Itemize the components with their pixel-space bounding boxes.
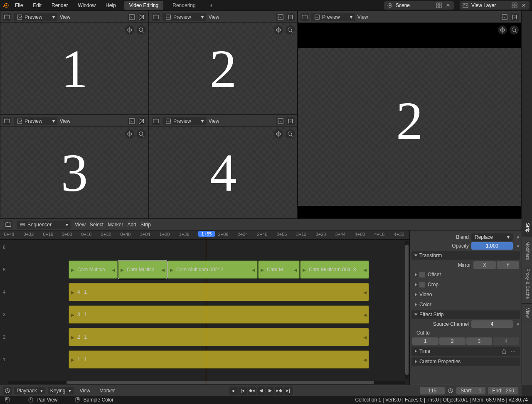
preview-mode-dropdown[interactable]: Preview▾	[14, 13, 57, 21]
next-keyframe-button[interactable]: ▸◆	[275, 387, 283, 395]
display-icon[interactable]	[286, 13, 295, 21]
keyframe-dot[interactable]	[517, 245, 519, 247]
options-icon[interactable]: ⋯	[510, 348, 517, 354]
display-icon[interactable]	[510, 13, 519, 21]
panel-time[interactable]: Time ⋯	[411, 347, 520, 356]
menu-render[interactable]: Render	[47, 1, 72, 10]
menu-window[interactable]: Window	[74, 1, 100, 10]
workspace-tab-add[interactable]: +	[205, 1, 218, 10]
panel-custom-props[interactable]: Custom Properties	[411, 357, 520, 366]
strip-multicam-4[interactable]: ▸Cam M◂	[258, 260, 300, 279]
seq-menu-add[interactable]: Add	[128, 222, 136, 228]
editor-type-icon[interactable]	[4, 221, 12, 229]
bottom-marker-menu[interactable]: Marker	[96, 387, 118, 394]
seq-menu-view[interactable]: View	[75, 222, 86, 228]
blend-select[interactable]: Replace▾	[471, 233, 513, 241]
sidetab-modifiers[interactable]: Modifiers	[522, 237, 532, 265]
display-icon[interactable]	[138, 117, 146, 125]
editor-type-icon[interactable]	[3, 13, 11, 21]
editor-type-icon[interactable]	[152, 13, 160, 21]
play-reverse-button[interactable]: ◀	[257, 387, 265, 395]
cut-to-3[interactable]: 3	[466, 337, 493, 345]
menu-file[interactable]: File	[11, 1, 27, 10]
editor-type-icon[interactable]	[3, 117, 11, 125]
display-icon[interactable]	[138, 13, 146, 21]
viewlayer-browse-icon[interactable]	[511, 2, 518, 9]
sequencer-mode-dropdown[interactable]: Sequencer▾	[17, 221, 71, 229]
menu-help[interactable]: Help	[101, 1, 120, 10]
preview-view-menu[interactable]: View	[209, 118, 219, 124]
jump-start-button[interactable]: |◂	[239, 387, 247, 395]
auto-keyframe-button[interactable]: ●	[229, 387, 238, 395]
cut-to-2[interactable]: 2	[439, 337, 466, 345]
preview-view-menu[interactable]: View	[209, 14, 219, 20]
playhead[interactable]: 1+55	[206, 231, 206, 385]
preview-main-canvas[interactable]: 2	[298, 23, 521, 218]
viewlayer-name-input[interactable]	[471, 2, 509, 8]
strip-multicam-3[interactable]: ▸Cam Multicam.002: 2◂	[167, 260, 258, 279]
keying-dropdown[interactable]: Keying▾	[48, 387, 74, 394]
preview-1-canvas[interactable]: 1	[0, 23, 148, 114]
editor-type-icon[interactable]	[152, 117, 160, 125]
bottom-view-menu[interactable]: View	[76, 387, 94, 394]
offset-checkbox[interactable]	[419, 272, 425, 278]
overlay-icon[interactable]	[128, 13, 136, 21]
overlay-icon[interactable]	[500, 13, 509, 21]
panel-crop[interactable]: Crop	[411, 280, 520, 289]
seq-menu-marker[interactable]: Marker	[108, 222, 123, 228]
scene-name-input[interactable]	[396, 2, 433, 8]
preview-mode-dropdown[interactable]: Preview▾	[14, 117, 57, 125]
cut-to-1[interactable]: 1	[412, 337, 438, 345]
preview-view-menu[interactable]: View	[60, 118, 71, 124]
workspace-tab-video-editing[interactable]: Video Editing	[124, 1, 164, 10]
keyframe-dot[interactable]	[517, 323, 519, 325]
prev-keyframe-button[interactable]: ◆◂	[248, 387, 256, 395]
strip-multicam-2[interactable]: ▸Cam Multica◂	[118, 260, 167, 279]
start-frame-input[interactable]: Start:1	[456, 387, 485, 394]
play-button[interactable]: ▶	[266, 387, 274, 395]
timeline-scroll-x[interactable]	[8, 381, 405, 384]
overlay-icon[interactable]	[128, 117, 136, 125]
sidetab-proxy[interactable]: Proxy & Cache	[522, 264, 532, 303]
scene-close-icon[interactable]: ✕	[445, 2, 451, 9]
overlay-icon[interactable]	[276, 117, 285, 125]
sidetab-strip[interactable]: Strip	[522, 219, 532, 237]
crop-checkbox[interactable]	[419, 282, 425, 288]
workspace-tab-rendering[interactable]: Rendering	[167, 1, 200, 10]
panel-color[interactable]: Color	[411, 300, 520, 309]
preview-mode-dropdown[interactable]: Preview▾	[311, 13, 355, 21]
playback-dropdown[interactable]: Playback▾	[14, 387, 45, 394]
timeline-channels[interactable]: 6 5 4 3 2 1 ▸Cam Multica◂ ▸Cam Multica◂ …	[0, 240, 409, 385]
preview-view-menu[interactable]: View	[357, 14, 368, 20]
preview-mode-dropdown[interactable]: Preview▾	[163, 13, 206, 21]
strip-multicam-1[interactable]: ▸Cam Multica◂	[69, 260, 118, 279]
panel-effect-strip[interactable]: Effect Strip	[411, 310, 520, 319]
panel-transform[interactable]: Transform	[411, 251, 520, 260]
strip-scene-3[interactable]: ▸3 | 1◂	[69, 305, 369, 324]
panel-video[interactable]: Video	[411, 290, 520, 299]
strip-scene-1[interactable]: ▸1 | 1◂	[69, 350, 369, 369]
scene-selector[interactable]: ✕	[384, 1, 454, 10]
strip-scene-4[interactable]: ▸4 | 1◂	[69, 283, 369, 301]
editor-type-icon[interactable]	[3, 387, 12, 395]
preview-4-canvas[interactable]: 4	[149, 127, 297, 218]
timeline-scroll-y[interactable]	[405, 240, 409, 379]
seq-menu-select[interactable]: Select	[90, 222, 103, 228]
cut-to-4[interactable]: 4	[493, 337, 519, 345]
mirror-x-button[interactable]: X	[473, 261, 496, 269]
source-channel-value[interactable]: 4	[471, 320, 513, 328]
display-icon[interactable]	[286, 117, 295, 125]
strip-scene-2[interactable]: ▸2 | 1◂	[69, 328, 369, 346]
preview-mode-dropdown[interactable]: Preview▾	[163, 117, 206, 125]
preview-2-canvas[interactable]: 2	[149, 23, 297, 114]
viewlayer-selector[interactable]: ✕	[460, 1, 530, 10]
lock-icon[interactable]	[501, 348, 507, 354]
strip-multicam-5[interactable]: ▸Cam Multicam.004: 3◂	[300, 260, 369, 279]
seq-menu-strip[interactable]: Strip	[140, 222, 151, 228]
opacity-value[interactable]: 1.000	[471, 242, 513, 250]
overlay-icon[interactable]	[276, 13, 285, 21]
preview-3-canvas[interactable]: 3	[0, 127, 148, 218]
sidetab-view[interactable]: View	[522, 304, 532, 322]
current-frame-input[interactable]: 115	[420, 387, 445, 394]
viewlayer-close-icon[interactable]: ✕	[520, 2, 527, 9]
